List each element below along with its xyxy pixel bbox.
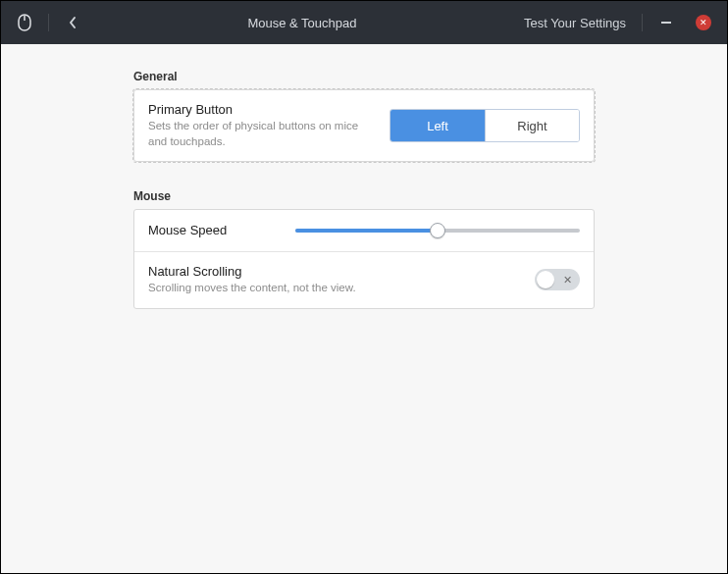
natural-scrolling-description: Scrolling moves the content, not the vie… [148, 281, 519, 296]
chevron-left-icon [68, 16, 78, 29]
close-icon [696, 15, 711, 30]
titlebar: Mouse & Touchpad Test Your Settings [1, 1, 727, 44]
test-settings-button[interactable]: Test Your Settings [518, 9, 632, 36]
slider-thumb[interactable] [430, 223, 445, 238]
section-general: General Primary Button Sets the order of… [133, 70, 595, 162]
row-mouse-speed: Mouse Speed [134, 210, 594, 251]
section-heading-general: General [133, 70, 595, 83]
window-title: Mouse & Touchpad [86, 16, 518, 30]
toggle-off-icon: ✕ [563, 274, 572, 287]
divider [642, 14, 643, 31]
content-area: General Primary Button Sets the order of… [1, 44, 727, 362]
mouse-speed-slider[interactable] [295, 222, 580, 239]
primary-button-left[interactable]: Left [390, 110, 485, 141]
primary-button-selector: Left Right [390, 109, 580, 142]
card-general: Primary Button Sets the order of physica… [133, 89, 595, 162]
section-heading-mouse: Mouse [133, 189, 595, 203]
natural-scrolling-title: Natural Scrolling [148, 264, 519, 279]
slider-fill [295, 229, 438, 233]
mouse-icon [11, 12, 38, 33]
toggle-knob [537, 271, 554, 288]
mouse-speed-title: Mouse Speed [148, 223, 280, 237]
row-text: Primary Button Sets the order of physica… [148, 102, 374, 149]
natural-scrolling-toggle[interactable]: ✕ [535, 269, 580, 290]
primary-button-description: Sets the order of physical buttons on mi… [148, 119, 374, 149]
back-button[interactable] [59, 9, 86, 36]
row-text: Natural Scrolling Scrolling moves the co… [148, 264, 519, 296]
divider [48, 14, 49, 31]
row-natural-scrolling: Natural Scrolling Scrolling moves the co… [134, 251, 594, 308]
row-primary-button: Primary Button Sets the order of physica… [134, 90, 594, 161]
primary-button-right[interactable]: Right [485, 110, 579, 141]
section-mouse: Mouse Mouse Speed Natural Scrolling Scro… [133, 189, 595, 309]
primary-button-title: Primary Button [148, 102, 374, 117]
row-text: Mouse Speed [148, 223, 280, 239]
card-mouse: Mouse Speed Natural Scrolling Scrolling … [133, 209, 595, 309]
close-button[interactable] [690, 9, 717, 36]
minimize-icon [661, 22, 671, 24]
minimize-button[interactable] [652, 9, 680, 36]
